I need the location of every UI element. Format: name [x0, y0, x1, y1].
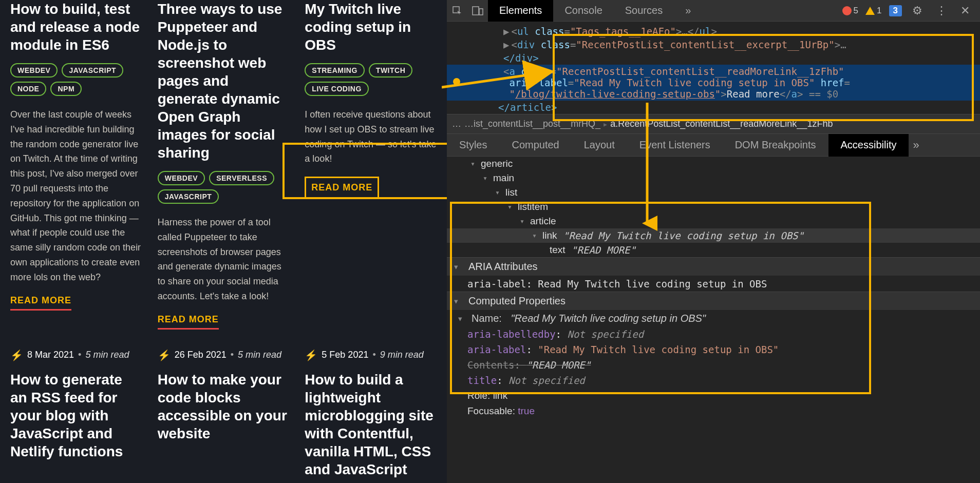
separator-dot: • [78, 350, 81, 360]
post-tags: WEBDEV JAVASCRIPT NODE NPM [10, 63, 142, 96]
devtools-panel: Elements Console Sources » 5 1 3 ⚙ ⋮ ✕ ▶… [447, 0, 980, 483]
a11y-tree-node[interactable]: ▾generic [447, 157, 980, 171]
read-time: 5 min read [238, 350, 281, 360]
post-title[interactable]: Three ways to use Puppeteer and Node.js … [158, 0, 290, 162]
tag[interactable]: WEBDEV [158, 171, 205, 185]
tab-more[interactable]: » [674, 0, 702, 22]
a11y-tree-node[interactable]: ▾listitem [447, 200, 980, 214]
dom-node[interactable]: </article> [447, 101, 980, 114]
computed-prop-row: aria-labelledby: Not specified [447, 326, 980, 342]
bolt-icon: ⚡ [158, 349, 171, 361]
dom-node-selected[interactable]: <a class="RecentPostList_contentList__re… [447, 65, 980, 101]
section-aria-attributes[interactable]: ▾ARIA Attributes [447, 257, 980, 276]
tab-console[interactable]: Console [553, 0, 613, 22]
inspect-icon[interactable] [447, 0, 467, 22]
post-title[interactable]: My Twitch live coding setup in OBS [305, 0, 437, 54]
separator-dot: • [372, 350, 375, 360]
devtools-subtabs: Styles Computed Layout Event Listeners D… [447, 134, 980, 157]
read-time: 9 min read [380, 350, 424, 360]
post-meta: ⚡ 8 Mar 2021 • 5 min read [10, 349, 142, 361]
warning-badge[interactable]: 1 [865, 6, 881, 16]
subtab-dom-breakpoints[interactable]: DOM Breakpoints [723, 134, 828, 157]
a11y-tree-node[interactable]: ▾article [447, 214, 980, 228]
kebab-icon[interactable]: ⋮ [933, 4, 950, 17]
device-toggle-icon[interactable] [467, 0, 488, 22]
a11y-tree-node[interactable]: ▾main [447, 171, 980, 185]
a11y-tree-node-selected[interactable]: ▾link "Read My Twitch live coding setup … [447, 228, 980, 243]
subtab-computed[interactable]: Computed [499, 134, 571, 157]
tag[interactable]: SERVERLESS [209, 171, 274, 185]
tag[interactable]: JAVASCRIPT [158, 189, 219, 204]
read-more-link[interactable]: READ MORE [10, 295, 71, 311]
close-icon[interactable]: ✕ [957, 4, 973, 17]
subtab-accessibility[interactable]: Accessibility [828, 134, 909, 157]
post-excerpt: Harness the power of a tool called Puppe… [158, 215, 290, 304]
dom-tree[interactable]: ▶<ul class="Tags_tags__1eAFo">…</ul> ▶<d… [447, 22, 980, 114]
svg-rect-1 [473, 7, 479, 15]
computed-prop-row: Contents: "READ MORE" [447, 357, 980, 373]
breakpoint-dot[interactable] [453, 78, 460, 85]
separator-dot: • [231, 350, 234, 360]
blog-panel: How to build, test and release a node mo… [0, 0, 447, 483]
subtab-styles[interactable]: Styles [447, 134, 499, 157]
post-tags: STREAMING TWITCH LIVE CODING [305, 63, 437, 96]
dom-breadcrumb[interactable]: … …ist_contentList__post__mrHQ_ ▸ a.Rece… [447, 114, 980, 134]
breadcrumb-overflow[interactable]: … [452, 119, 461, 129]
svg-rect-2 [479, 9, 483, 15]
info-badge[interactable]: 3 [889, 5, 902, 16]
tag[interactable]: JAVASCRIPT [62, 63, 123, 78]
post-date: 8 Mar 2021 [27, 350, 74, 360]
a11y-tree-node[interactable]: ▾list [447, 185, 980, 200]
gear-icon[interactable]: ⚙ [909, 4, 926, 17]
computed-prop-row: title: Not specified [447, 373, 980, 388]
section-computed-properties[interactable]: ▾Computed Properties [447, 292, 980, 311]
post-date: 5 Feb 2021 [322, 350, 368, 360]
post-card: Three ways to use Puppeteer and Node.js … [158, 0, 290, 330]
subtab-event-listeners[interactable]: Event Listeners [627, 134, 723, 157]
post-card: ⚡ 5 Feb 2021 • 9 min read How to build a… [305, 330, 437, 483]
tag[interactable]: STREAMING [305, 63, 365, 78]
post-excerpt: Over the last couple of weeks I've had i… [10, 107, 142, 285]
dom-node[interactable]: ▶<ul class="Tags_tags__1eAFo">…</ul> [447, 25, 980, 38]
post-meta: ⚡ 5 Feb 2021 • 9 min read [305, 349, 437, 361]
post-title[interactable]: How to build, test and release a node mo… [10, 0, 142, 54]
read-time: 5 min read [85, 350, 129, 360]
computed-prop-row: Role: link [447, 388, 980, 403]
read-more-link[interactable]: READ MORE [158, 314, 219, 330]
read-more-link[interactable]: READ MORE [305, 177, 379, 199]
a11y-tree-node[interactable]: text "READ MORE" [447, 243, 980, 257]
post-meta: ⚡ 26 Feb 2021 • 5 min read [158, 349, 290, 361]
dom-node[interactable]: ▶<div class="RecentPostList_contentList_… [447, 38, 980, 51]
tag[interactable]: WEBDEV [10, 63, 58, 78]
subtab-more[interactable]: » [913, 139, 919, 152]
devtools-toolbar: Elements Console Sources » 5 1 3 ⚙ ⋮ ✕ [447, 0, 980, 22]
bolt-icon: ⚡ [305, 349, 317, 361]
post-title[interactable]: How to build a lightweight microblogging… [305, 371, 437, 478]
post-card: ⚡ 8 Mar 2021 • 5 min read How to generat… [10, 330, 142, 483]
error-badge[interactable]: 5 [842, 6, 858, 16]
tag[interactable]: LIVE CODING [305, 82, 369, 96]
post-title[interactable]: How to generate an RSS feed for your blo… [10, 371, 142, 460]
subtab-layout[interactable]: Layout [572, 134, 627, 157]
tag[interactable]: TWITCH [369, 63, 412, 78]
accessibility-pane: ▾generic ▾main ▾list ▾listitem ▾article … [447, 157, 980, 483]
post-excerpt: I often receive questions about how I se… [305, 107, 437, 166]
aria-attribute-row: aria-label: Read My Twitch live coding s… [447, 276, 980, 292]
computed-prop-row: aria-label: "Read My Twitch live coding … [447, 342, 980, 357]
tag[interactable]: NODE [10, 82, 46, 96]
chevron-right-icon: ▸ [604, 120, 607, 128]
tab-elements[interactable]: Elements [488, 0, 553, 22]
computed-name-row: ▾Name: "Read My Twitch live coding setup… [447, 311, 980, 326]
post-card: My Twitch live coding setup in OBS STREA… [305, 0, 437, 330]
bolt-icon: ⚡ [10, 349, 23, 361]
dom-node[interactable]: </div> [447, 51, 980, 65]
post-card: How to build, test and release a node mo… [10, 0, 142, 330]
post-title[interactable]: How to make your code blocks accessible … [158, 371, 290, 442]
computed-prop-row: Focusable: true [447, 403, 980, 419]
tag[interactable]: NPM [50, 82, 82, 96]
post-tags: WEBDEV SERVERLESS JAVASCRIPT [158, 171, 290, 204]
breadcrumb-item[interactable]: …ist_contentList__post__mrHQ_ [464, 119, 600, 129]
tab-sources[interactable]: Sources [614, 0, 674, 22]
breadcrumb-item[interactable]: a.RecentPostList_contentList__readMoreLi… [610, 119, 833, 129]
post-card: ⚡ 26 Feb 2021 • 5 min read How to make y… [158, 330, 290, 483]
